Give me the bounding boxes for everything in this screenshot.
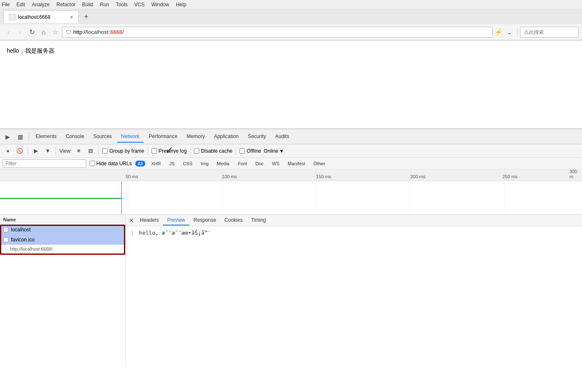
details-tab-cookies[interactable]: Cookies (220, 215, 247, 225)
file-row-favicon[interactable]: favicon.ico (0, 235, 125, 245)
filter-img-button[interactable]: Img (198, 161, 211, 167)
tree-view-button[interactable]: ⊟ (86, 146, 95, 156)
details-tab-headers[interactable]: Headers (136, 215, 163, 225)
timeline-cursor-line (121, 181, 122, 214)
url-bar[interactable]: 🛡 http://localhost:6668/ (62, 27, 493, 38)
group-by-frame-label: Group by frame (102, 148, 144, 154)
menu-help[interactable]: Help (176, 2, 186, 8)
tab-sources[interactable]: Sources (89, 131, 116, 143)
disable-cache-checkbox[interactable] (194, 148, 199, 154)
video-button[interactable]: ▶ (31, 146, 41, 156)
refresh-button[interactable]: ↻ (27, 27, 37, 37)
preserve-log-checkbox[interactable] (152, 148, 157, 154)
filter-xhr-button[interactable]: XHR (149, 161, 163, 167)
disable-cache-text: Disable cache (201, 148, 232, 154)
browser-tab[interactable]: localhost:6668 × (3, 10, 79, 23)
file-checkbox-localhost (3, 227, 8, 232)
back-button[interactable]: ‹ (3, 27, 13, 37)
file-name-favicon: favicon.ico (11, 237, 122, 243)
url-host: localhost (87, 29, 108, 35)
tab-separator (28, 133, 29, 141)
hide-data-urls-text: Hide data URLs (96, 161, 132, 167)
page-content-area: hello，我是服务器 ↙ (0, 41, 582, 128)
toolbar-sep-4 (148, 147, 148, 155)
record-button[interactable]: ● (3, 146, 13, 156)
list-icon: ≡ (77, 148, 80, 154)
tab-elements[interactable]: Elements (31, 131, 61, 143)
filter-input[interactable] (3, 159, 86, 168)
device-toolbar-button[interactable]: ▩ (14, 131, 26, 143)
tab-audits[interactable]: Audits (271, 131, 293, 143)
tab-close-button[interactable]: × (70, 14, 73, 20)
tab-console[interactable]: Console (62, 131, 88, 143)
cursor-icon: ▶ (5, 133, 10, 140)
filter-doc-button[interactable]: Doc (253, 161, 266, 167)
offline-checkbox[interactable] (239, 148, 245, 154)
details-tab-preview[interactable]: Preview (163, 215, 189, 225)
tab-network[interactable]: Network (117, 131, 144, 143)
browser-chrome: localhost:6668 × + ‹ › ↻ ⌂ ☆ 🛡 http://lo… (0, 9, 582, 41)
url-path: / (122, 29, 124, 35)
menu-tools[interactable]: Tools (116, 2, 128, 8)
details-close-button[interactable]: ✕ (127, 216, 136, 225)
timeline-mark-100: 100 ms (222, 174, 237, 179)
filter-manifest-button[interactable]: Manifest (285, 161, 308, 167)
menu-file[interactable]: File (2, 2, 10, 8)
tab-memory[interactable]: Memory (183, 131, 209, 143)
menu-build[interactable]: Build (82, 2, 93, 8)
file-list-body: localhost favicon.ico http://localhost:6… (0, 225, 125, 367)
toolbar-sep-3 (98, 147, 99, 155)
throttle-select-wrapper[interactable]: Online ▼ (264, 148, 284, 154)
toolbar-sep-5 (190, 147, 191, 155)
menu-refactor[interactable]: Refactor (57, 2, 75, 8)
filter-ws-button[interactable]: WS (270, 161, 282, 167)
forward-icon: › (19, 29, 21, 36)
lightning-icon[interactable]: ⚡ (494, 28, 503, 36)
tab-application[interactable]: Application (210, 131, 243, 143)
stop-button[interactable]: 🚫 (15, 146, 24, 156)
hide-data-urls-checkbox[interactable] (90, 161, 95, 166)
menu-edit[interactable]: Edit (16, 2, 25, 8)
online-label: Online (264, 148, 278, 154)
bookmark-button[interactable]: ☆ (50, 27, 60, 37)
filter-other-button[interactable]: Other (311, 161, 328, 167)
refresh-icon: ↻ (29, 28, 35, 36)
details-tab-timing[interactable]: Timing (247, 215, 270, 225)
menu-run[interactable]: Run (100, 2, 109, 8)
timeline-header: 50 ms 100 ms 150 ms 200 ms 250 ms 300 m (0, 169, 582, 181)
preview-content: hello, æˆ'æ˜¯æœ•åŠ¡å™¨ (139, 230, 211, 236)
preserve-log-label: Preserve log (152, 148, 187, 154)
filter-all-button[interactable]: All (135, 161, 145, 167)
details-panel: ✕ Headers Preview Response Cookies Timin… (126, 215, 582, 367)
tab-security[interactable]: Security (244, 131, 270, 143)
filter-css-button[interactable]: CSS (180, 161, 195, 167)
timeline-mark-150: 150 ms (316, 174, 331, 179)
filter-media-button[interactable]: Media (214, 161, 232, 167)
back-icon: ‹ (8, 29, 10, 36)
list-view-button[interactable]: ≡ (74, 146, 83, 156)
group-by-frame-checkbox[interactable] (102, 148, 108, 154)
home-button[interactable]: ⌂ (39, 27, 49, 37)
menu-vcs[interactable]: VCS (134, 2, 145, 8)
tab-performance[interactable]: Performance (144, 131, 182, 143)
search-input[interactable] (520, 27, 579, 38)
menu-analyze[interactable]: Analyze (32, 2, 50, 8)
tab-favicon (9, 14, 15, 20)
inspect-element-button[interactable]: ▶ (2, 131, 13, 143)
filter-font-button[interactable]: Font (235, 161, 250, 167)
filter-button[interactable]: ▼ (43, 146, 52, 156)
star-icon: ☆ (52, 28, 58, 36)
filter-js-button[interactable]: JS (167, 161, 177, 167)
preview-line: 1 hello, æˆ'æ˜¯æœ•åŠ¡å™¨ (131, 230, 577, 236)
tree-icon: ⊟ (88, 148, 93, 154)
dropdown-button[interactable]: ⌄ (505, 27, 515, 37)
view-label: View: (59, 148, 72, 154)
forward-button[interactable]: › (15, 27, 25, 37)
disable-cache-label: Disable cache (194, 148, 232, 154)
toolbar-sep-6 (236, 147, 236, 155)
new-tab-button[interactable]: + (80, 11, 92, 23)
details-tab-response[interactable]: Response (189, 215, 220, 225)
menu-window[interactable]: Window (152, 2, 170, 8)
file-row-localhost[interactable]: localhost (0, 225, 125, 235)
vline-150 (316, 169, 317, 181)
